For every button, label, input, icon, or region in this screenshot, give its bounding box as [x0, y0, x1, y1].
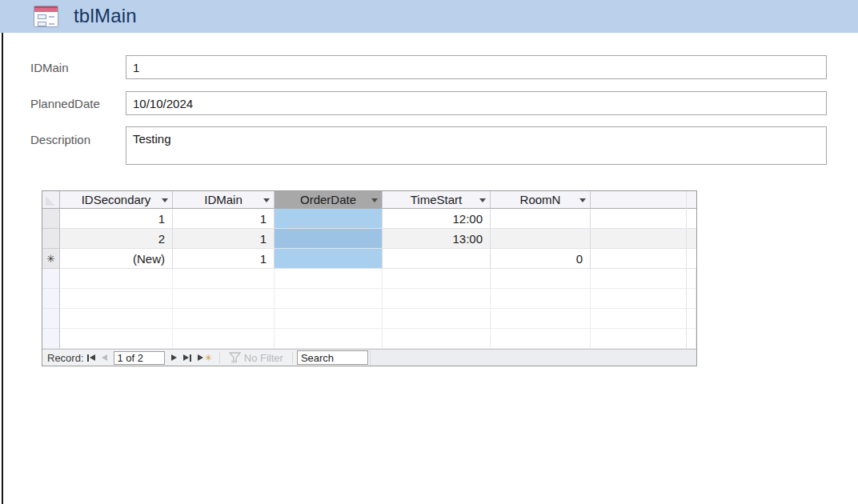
description-label: Description: [30, 133, 90, 146]
chevron-down-icon[interactable]: [579, 198, 586, 202]
form-title-bar: tblMain: [0, 0, 858, 33]
search-input[interactable]: [297, 350, 368, 365]
window-left-border: [2, 33, 3, 504]
form-icon: [34, 6, 58, 27]
cell-orderdate-selected[interactable]: [275, 229, 383, 249]
column-header-idmain[interactable]: IDMain: [173, 191, 275, 209]
idmain-label: IDMain: [30, 61, 69, 74]
record-label: Record:: [47, 352, 84, 364]
corner-triangle-icon: [46, 196, 55, 206]
no-filter-button[interactable]: No Filter: [224, 351, 288, 364]
new-record-star-icon: ✳: [205, 354, 212, 362]
column-header-roomn[interactable]: RoomN: [491, 191, 591, 209]
chevron-down-icon[interactable]: [162, 198, 168, 202]
cell-orderdate-selected[interactable]: [275, 209, 383, 229]
row-selector[interactable]: [42, 209, 60, 229]
cell-roomn[interactable]: [491, 229, 591, 249]
empty-row: [42, 329, 696, 349]
horizontal-scrollbar-track[interactable]: [370, 350, 696, 366]
chevron-down-icon[interactable]: [263, 198, 270, 202]
table-row-new-record: ✳ (New) 1 0: [42, 249, 696, 269]
cell-timestart[interactable]: [383, 249, 491, 269]
cell-roomn[interactable]: 0: [491, 249, 591, 269]
page-title: tblMain: [74, 5, 137, 27]
datasheet-grid: IDSecondary IDMain OrderDate TimeStart R…: [42, 191, 696, 349]
record-navigator: Record: ✳ No Filter: [42, 349, 696, 366]
planneddate-label: PlannedDate: [30, 97, 100, 110]
new-record-button[interactable]: ✳: [194, 351, 215, 365]
cell-idsecondary[interactable]: 2: [60, 229, 173, 249]
previous-record-button[interactable]: [98, 351, 110, 365]
no-filter-label: No Filter: [244, 352, 283, 364]
cell-idsecondary[interactable]: (New): [60, 249, 173, 269]
description-field[interactable]: Testing: [126, 126, 827, 165]
cell-roomn[interactable]: [491, 209, 591, 229]
next-record-button[interactable]: [168, 351, 180, 365]
subform-datasheet: IDSecondary IDMain OrderDate TimeStart R…: [42, 190, 697, 366]
chevron-down-icon[interactable]: [371, 198, 378, 202]
idmain-field[interactable]: [126, 55, 827, 79]
last-record-button[interactable]: [180, 351, 194, 365]
planneddate-field[interactable]: [126, 91, 827, 115]
cell-idmain[interactable]: 1: [173, 229, 275, 249]
first-record-button[interactable]: [84, 351, 98, 365]
new-record-asterisk-icon: ✳: [46, 253, 55, 265]
vertical-scrollbar-track[interactable]: [686, 191, 687, 349]
row-selector[interactable]: [42, 229, 60, 249]
table-row: 1 1 12:00: [42, 209, 696, 229]
cell-idmain[interactable]: 1: [173, 249, 275, 269]
access-form-window: tblMain IDMain PlannedDate Description T…: [0, 0, 858, 504]
cell-idmain[interactable]: 1: [173, 209, 275, 229]
chevron-down-icon[interactable]: [479, 198, 486, 202]
empty-row: [42, 269, 696, 289]
header-filler: [591, 191, 696, 209]
column-header-idsecondary[interactable]: IDSecondary: [60, 191, 173, 209]
cell-timestart[interactable]: 12:00: [383, 209, 491, 229]
empty-row: [42, 289, 696, 309]
datasheet-header-row: IDSecondary IDMain OrderDate TimeStart R…: [42, 191, 696, 209]
filter-funnel-icon: [229, 351, 241, 364]
empty-row: [42, 309, 696, 329]
cell-orderdate-selected[interactable]: [275, 249, 383, 269]
table-row: 2 1 13:00: [42, 229, 696, 249]
cell-idsecondary[interactable]: 1: [60, 209, 173, 229]
select-all-corner[interactable]: [42, 191, 60, 209]
new-record-selector[interactable]: ✳: [42, 249, 60, 269]
cell-timestart[interactable]: 13:00: [383, 229, 491, 249]
column-header-timestart[interactable]: TimeStart: [383, 191, 491, 209]
column-header-orderdate[interactable]: OrderDate: [275, 191, 383, 209]
record-position-box[interactable]: [114, 351, 165, 365]
